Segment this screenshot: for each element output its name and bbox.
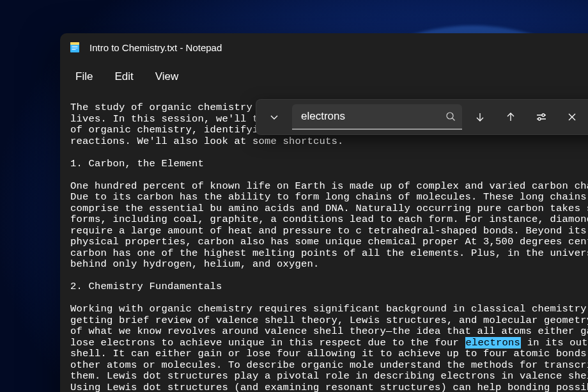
find-expand-button[interactable] — [261, 104, 287, 130]
find-previous-button[interactable] — [498, 104, 523, 130]
search-icon — [445, 111, 456, 122]
notepad-icon — [69, 42, 81, 53]
svg-rect-3 — [72, 48, 78, 49]
svg-line-6 — [453, 118, 455, 121]
menu-edit[interactable]: Edit — [104, 65, 143, 88]
find-bar — [256, 99, 588, 135]
close-icon — [567, 112, 577, 122]
find-next-button[interactable] — [467, 104, 493, 130]
titlebar[interactable]: Intro to Chemistry.txt - Notepad — [60, 33, 588, 61]
menu-view[interactable]: View — [145, 65, 189, 88]
svg-point-12 — [538, 118, 541, 120]
arrow-up-icon — [505, 111, 516, 123]
menu-file[interactable]: File — [65, 65, 103, 88]
svg-rect-4 — [72, 49, 76, 50]
find-options-button[interactable] — [529, 104, 554, 130]
window-title: Intro to Chemistry.txt - Notepad — [89, 42, 222, 53]
notepad-window: Intro to Chemistry.txt - Notepad File Ed… — [60, 33, 588, 392]
editor-area: The study of organic chemistry and its r… — [60, 92, 588, 392]
search-match-highlight: electrons — [465, 337, 522, 349]
svg-rect-1 — [70, 42, 79, 45]
desktop-background: Intro to Chemistry.txt - Notepad File Ed… — [0, 0, 588, 392]
find-input[interactable] — [301, 110, 439, 123]
sliders-icon — [536, 111, 547, 123]
svg-point-10 — [542, 114, 545, 116]
find-input-wrap[interactable] — [292, 104, 462, 130]
text-content[interactable]: The study of organic chemistry and its r… — [60, 92, 588, 392]
chevron-down-icon — [269, 112, 279, 122]
arrow-down-icon — [474, 111, 486, 123]
svg-point-5 — [447, 113, 453, 119]
find-close-button[interactable] — [559, 104, 585, 130]
menubar: File Edit View — [60, 61, 588, 92]
svg-rect-2 — [72, 46, 78, 47]
